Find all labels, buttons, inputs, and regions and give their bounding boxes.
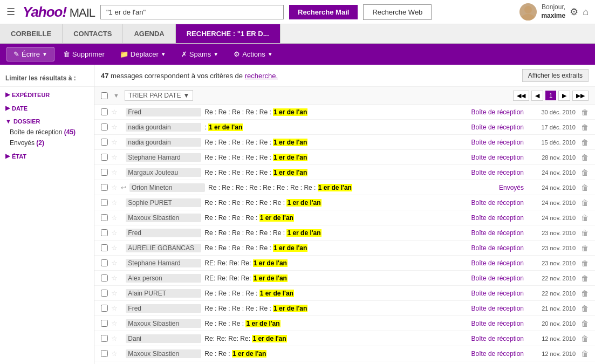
- row-checkbox[interactable]: [101, 123, 108, 131]
- row-checkbox[interactable]: [101, 320, 108, 327]
- row-checkbox[interactable]: [101, 244, 108, 251]
- compose-button[interactable]: ✎ Écrire ▼: [6, 47, 54, 61]
- star-icon[interactable]: ☆: [111, 153, 118, 161]
- delete-row-icon[interactable]: 🗑: [581, 214, 589, 222]
- sidebar-inbox[interactable]: Boîte de réception (45): [0, 127, 94, 138]
- search-web-button[interactable]: Recherche Web: [363, 4, 432, 20]
- search-input[interactable]: [100, 5, 284, 19]
- table-row[interactable]: ☆ AURELIE GOBANCAS Re : Re : Re : Re : R…: [94, 241, 595, 256]
- star-icon[interactable]: ☆: [111, 289, 118, 297]
- tab-search[interactable]: RECHERCHE : "1 er d...: [176, 24, 281, 43]
- row-checkbox[interactable]: [101, 169, 108, 176]
- table-row[interactable]: ☆ Sophie PURET Re : Re : Re : Re : Re : …: [94, 195, 595, 210]
- search-link[interactable]: recherche.: [245, 72, 278, 80]
- sidebar-dossier-header[interactable]: ▼ DOSSIER: [0, 116, 94, 127]
- delete-row-icon[interactable]: 🗑: [581, 289, 589, 298]
- star-icon[interactable]: ☆: [111, 229, 118, 237]
- delete-row-icon[interactable]: 🗑: [581, 319, 589, 328]
- sidebar-expediteur-header[interactable]: ▶ EXPÉDITEUR: [0, 89, 94, 100]
- star-icon[interactable]: ☆: [111, 334, 118, 342]
- delete-row-icon[interactable]: 🗑: [581, 334, 589, 343]
- sidebar-date-header[interactable]: ▶ DATE: [0, 102, 94, 114]
- extract-button[interactable]: Afficher les extraits: [522, 69, 589, 82]
- delete-row-icon[interactable]: 🗑: [581, 108, 589, 116]
- delete-row-icon[interactable]: 🗑: [581, 274, 589, 283]
- table-row[interactable]: ☆ Stephane Hamard RE: Re: Re: Re: 1 er d…: [94, 256, 595, 271]
- row-checkbox[interactable]: [101, 274, 108, 281]
- row-checkbox[interactable]: [101, 290, 108, 297]
- table-row[interactable]: ☆ Fred Re : Re : Re : Re : Re : Re : 1 e…: [94, 225, 595, 241]
- table-row[interactable]: ☆ nadia gourdain Re : Re : Re : Re : Re …: [94, 135, 595, 150]
- table-row[interactable]: ☆ Fred Re : Re : 1 er de l'an Boîte de r…: [94, 361, 595, 364]
- star-icon[interactable]: ☆: [111, 108, 118, 116]
- row-checkbox[interactable]: [101, 214, 108, 221]
- sort-dropdown[interactable]: TRIER PAR DATE ▼: [125, 90, 193, 101]
- sidebar-sent[interactable]: Envoyés (2): [0, 138, 94, 148]
- sidebar-etat-header[interactable]: ▶ ÉTAT: [0, 150, 94, 162]
- star-icon[interactable]: ☆: [111, 168, 118, 176]
- page-last-button[interactable]: ▶▶: [572, 91, 589, 101]
- row-checkbox[interactable]: [101, 350, 108, 357]
- row-checkbox[interactable]: [101, 108, 108, 115]
- row-checkbox[interactable]: [101, 184, 108, 191]
- star-icon[interactable]: ☆: [111, 259, 118, 267]
- actions-button[interactable]: ⚙ Actions ▼: [227, 47, 279, 61]
- select-all-checkbox[interactable]: [101, 92, 108, 99]
- star-icon[interactable]: ☆: [111, 244, 118, 252]
- hamburger-icon[interactable]: ☰: [6, 6, 15, 18]
- delete-row-icon[interactable]: 🗑: [581, 259, 589, 267]
- delete-row-icon[interactable]: 🗑: [581, 123, 589, 132]
- table-row[interactable]: ☆ Alex person RE: Re: Re: Re: 1 er de l'…: [94, 271, 595, 286]
- page-next-button[interactable]: ▶: [558, 91, 570, 101]
- table-row[interactable]: ☆ Alain PURET Re : Re : Re : Re : 1 er d…: [94, 286, 595, 301]
- delete-row-icon[interactable]: 🗑: [581, 153, 589, 162]
- move-button[interactable]: 📁 Déplacer ▼: [113, 47, 173, 61]
- table-row[interactable]: ☆ Fred Re : Re : Re : Re : Re : 1 er de …: [94, 105, 595, 120]
- delete-row-icon[interactable]: 🗑: [581, 349, 589, 358]
- tab-corbeille[interactable]: CORBEILLE: [0, 24, 63, 43]
- table-row[interactable]: ☆ Maxoux Sibastien Re : Re : Re : 1 er d…: [94, 316, 595, 331]
- table-row[interactable]: ☆ Maxoux Sibastien Re : Re : 1 er de l'a…: [94, 346, 595, 361]
- home-icon[interactable]: ⌂: [583, 6, 589, 18]
- delete-row-icon[interactable]: 🗑: [581, 304, 589, 313]
- star-icon[interactable]: ☆: [111, 183, 118, 191]
- tab-agenda[interactable]: AGENDA: [123, 24, 175, 43]
- row-checkbox[interactable]: [101, 154, 108, 161]
- row-checkbox[interactable]: [101, 229, 108, 236]
- row-checkbox[interactable]: [101, 199, 108, 206]
- search-mail-button[interactable]: Recherche Mail: [289, 5, 358, 19]
- table-row[interactable]: ☆ Dani Re: Re: Re: Re: 1 er de l'an Boît…: [94, 331, 595, 346]
- delete-row-icon[interactable]: 🗑: [581, 198, 589, 207]
- delete-row-icon[interactable]: 🗑: [581, 183, 589, 192]
- delete-row-icon[interactable]: 🗑: [581, 138, 589, 147]
- star-icon[interactable]: ☆: [111, 274, 118, 282]
- row-checkbox[interactable]: [101, 259, 108, 266]
- page-current-button[interactable]: 1: [545, 91, 556, 100]
- table-row[interactable]: ☆ Maxoux Sibastien Re : Re : Re : Re : 1…: [94, 210, 595, 225]
- table-row[interactable]: ☆ nadia gourdain : 1 er de l'an Boîte de…: [94, 120, 595, 135]
- star-icon[interactable]: ☆: [111, 198, 118, 207]
- table-row[interactable]: ☆ Margaux Jouteau Re : Re : Re : Re : Re…: [94, 165, 595, 180]
- page-prev-button[interactable]: ◀: [531, 91, 543, 101]
- table-row[interactable]: ☆ ↩ Orion Mineton Re : Re : Re : Re : Re…: [94, 180, 595, 195]
- row-checkbox[interactable]: [101, 139, 108, 146]
- star-icon[interactable]: ☆: [111, 214, 118, 222]
- table-row[interactable]: ☆ Fred Re : Re : Re : Re : Re : 1 er de …: [94, 301, 595, 316]
- star-icon[interactable]: ☆: [111, 319, 118, 327]
- star-icon[interactable]: ☆: [111, 123, 118, 131]
- star-icon[interactable]: ☆: [111, 138, 118, 146]
- page-first-button[interactable]: ◀◀: [513, 91, 529, 101]
- tab-contacts[interactable]: CONTACTS: [63, 24, 123, 43]
- delete-row-icon[interactable]: 🗑: [581, 229, 589, 237]
- row-checkbox[interactable]: [101, 335, 108, 342]
- sort-dropdown-arrow: ▼: [113, 92, 119, 99]
- star-icon[interactable]: ☆: [111, 304, 118, 312]
- delete-button[interactable]: 🗑 Supprimer: [57, 47, 111, 61]
- settings-icon[interactable]: ⚙: [570, 6, 578, 18]
- star-icon[interactable]: ☆: [111, 349, 118, 358]
- delete-row-icon[interactable]: 🗑: [581, 168, 589, 177]
- row-checkbox[interactable]: [101, 305, 108, 312]
- table-row[interactable]: ☆ Stephane Hamard Re : Re : Re : Re : Re…: [94, 150, 595, 165]
- delete-row-icon[interactable]: 🗑: [581, 244, 589, 252]
- spam-button[interactable]: ✗ Spams ▼: [175, 47, 225, 61]
